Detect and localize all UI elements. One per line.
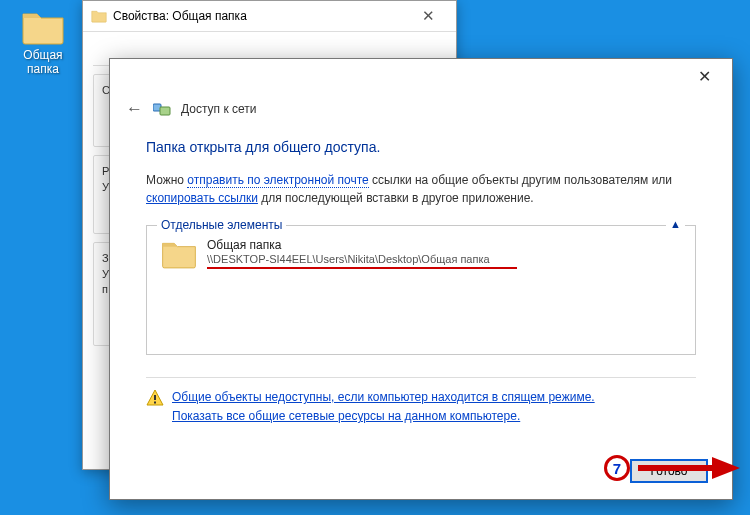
- back-icon[interactable]: ←: [126, 99, 143, 119]
- nav-title: Доступ к сети: [181, 102, 256, 116]
- item-path: \\DESKTOP-SI44EEL\Users\Nikita\Desktop\О…: [207, 253, 517, 265]
- annotation-step-number: 7: [604, 455, 630, 481]
- close-icon[interactable]: ✕: [408, 7, 448, 25]
- folder-icon: [161, 238, 197, 270]
- network-share-window: ✕ ← Доступ к сети Папка открыта для обще…: [109, 58, 733, 500]
- collapse-icon[interactable]: ▲: [666, 218, 685, 230]
- annotation-arrow: [634, 453, 744, 483]
- shared-item[interactable]: Общая папка \\DESKTOP-SI44EEL\Users\Niki…: [161, 238, 681, 270]
- copy-link[interactable]: скопировать ссылки: [146, 191, 258, 205]
- email-link[interactable]: отправить по электронной почте: [187, 173, 368, 188]
- properties-titlebar[interactable]: Свойства: Общая папка ✕: [83, 1, 456, 31]
- svg-rect-2: [154, 395, 156, 400]
- properties-title: Свойства: Общая папка: [113, 9, 408, 23]
- description: Можно отправить по электронной почте ссы…: [146, 171, 696, 207]
- annotation-underline: [207, 267, 517, 269]
- sleep-warning-link[interactable]: Общие объекты недоступны, если компьютер…: [172, 388, 595, 407]
- folder-icon: [91, 9, 107, 23]
- svg-rect-3: [154, 402, 156, 404]
- headline: Папка открыта для общего доступа.: [146, 139, 696, 155]
- warning-icon: [146, 389, 164, 407]
- close-icon[interactable]: ✕: [684, 63, 724, 89]
- folder-icon: [21, 8, 65, 46]
- desktop-icon-label: Общая папка: [12, 49, 74, 77]
- item-name: Общая папка: [207, 238, 517, 252]
- desktop-folder-icon[interactable]: Общая папка: [12, 8, 74, 77]
- network-icon: [153, 101, 171, 117]
- svg-marker-5: [712, 457, 740, 479]
- items-group: Отдельные элементы ▲ Общая папка \\DESKT…: [146, 225, 696, 355]
- show-all-link[interactable]: Показать все общие сетевые ресурсы на да…: [172, 407, 595, 426]
- svg-rect-1: [160, 107, 170, 115]
- divider: [146, 377, 696, 378]
- items-legend: Отдельные элементы: [157, 218, 286, 232]
